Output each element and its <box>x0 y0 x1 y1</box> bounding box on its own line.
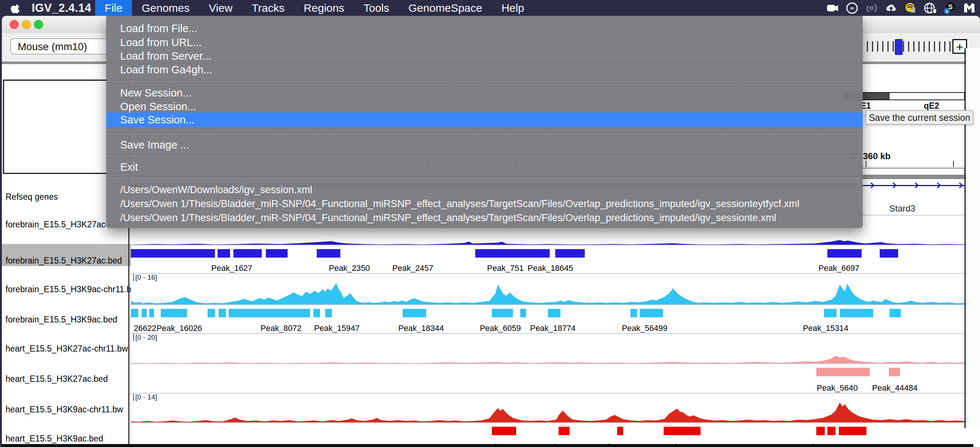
bed-feature <box>558 427 569 435</box>
file-menu-item[interactable]: Load from File... <box>106 21 863 36</box>
peak-label: Peak_15947 <box>314 323 360 333</box>
bed-feature <box>325 309 332 317</box>
file-menu-item[interactable]: /Users/Owen 1/Thesis/Bladder_miR-SNP/04_… <box>106 197 863 211</box>
bed-feature <box>617 427 623 435</box>
bed-feature <box>839 427 867 435</box>
radar-icon[interactable] <box>865 1 878 15</box>
security-suite-icon[interactable] <box>904 1 918 15</box>
globe-shield-icon[interactable] <box>923 1 937 15</box>
peak-label: Peak_6059 <box>480 323 520 333</box>
maximize-window-button[interactable] <box>34 20 43 29</box>
zoom-tick <box>877 41 878 52</box>
file-menu-item[interactable]: Load from Ga4gh... <box>106 62 863 77</box>
data-panel-right-border <box>964 48 966 428</box>
video-camera-icon[interactable] <box>826 1 840 15</box>
file-menu-item[interactable]: /Users/Owen 1/Thesis/Bladder_miR-SNP/04_… <box>106 211 863 225</box>
file-menu-item[interactable]: Save Image ... <box>106 138 863 152</box>
svg-text:x: x <box>945 8 948 14</box>
file-menu-item[interactable]: Save Session... <box>106 113 863 127</box>
zoom-tick <box>924 41 925 52</box>
menubar-item-tools[interactable]: Tools <box>354 0 399 16</box>
peak-label: Peak_2457 <box>392 263 433 273</box>
wig-track-forebrain-e15-5-h3k9ac-chr11-bw[interactable]: [0 - 16] <box>131 274 965 305</box>
gene-strand-arrow-icon <box>958 182 963 189</box>
zoom-slider-handle[interactable] <box>895 39 902 55</box>
bed-feature <box>233 249 262 258</box>
menubar-item-help[interactable]: Help <box>492 0 534 16</box>
save-session-tooltip: Save the current session <box>866 110 974 125</box>
apple-menu-icon[interactable] <box>10 2 22 14</box>
bed-track-heart-e15-5-h3k9ac-bed[interactable]: Peak_11995Peak_11066Peak_23975Peak_9279P… <box>131 423 965 444</box>
menu-separator <box>106 177 863 178</box>
cloud-upload-icon[interactable] <box>884 1 898 15</box>
menubar-item-tracks[interactable]: Tracks <box>242 0 294 16</box>
cytoband-label: qE2 <box>924 101 939 111</box>
zoom-slider[interactable]: + <box>864 39 971 55</box>
zoom-tick <box>882 41 883 52</box>
bed-feature <box>317 249 340 258</box>
zoom-tick <box>908 41 909 52</box>
menubar-item-file[interactable]: File <box>95 0 132 16</box>
bed-feature <box>161 309 186 317</box>
bed-feature <box>229 309 310 317</box>
bed-feature <box>402 309 426 317</box>
file-menu-item[interactable]: Load from Server... <box>106 49 863 63</box>
menubar-item-view[interactable]: View <box>199 0 242 16</box>
file-menu-item[interactable]: /Users/OwenW/Downloads/igv_session.xml <box>106 182 863 197</box>
track-name-heart-e15-5-h3k9ac-bed[interactable]: heart_E15.5_H3K9ac.bed <box>2 434 131 444</box>
bed-feature <box>475 249 549 258</box>
track-name-forebrain-e15-5-h3k9ac-bed[interactable]: forebrain_E15.5_H3K9ac.bed <box>2 315 131 325</box>
bed-feature <box>548 309 560 317</box>
zoom-tick <box>929 41 930 52</box>
track-name-forebrain-e15-5-h3k9ac-chr11-b[interactable]: forebrain_E15.5_H3K9ac-chr11.b <box>2 284 131 295</box>
bed-feature <box>889 368 900 376</box>
peak-label: Peak_1627 <box>211 263 252 273</box>
peak-label: 26622 <box>134 323 156 333</box>
bed-feature <box>663 427 700 435</box>
menu-separator <box>106 155 863 156</box>
malwarebytes-icon[interactable] <box>962 1 976 15</box>
bed-feature <box>840 309 873 317</box>
peak-label: Peak_16026 <box>156 323 202 333</box>
track-name-heart-e15-5-h3k27ac-bed[interactable]: heart_E15.5_H3K27ac.bed <box>2 374 131 384</box>
gene-strand-arrow-icon <box>936 182 941 189</box>
track-name-forebrain-e15-5-h3k27ac-bed[interactable]: forebrain_E15.5_H3K27ac.bed <box>2 256 131 266</box>
file-menu-item[interactable]: New Session... <box>106 86 863 100</box>
peak-label: Peak_5640 <box>817 383 858 393</box>
wig-track-heart-e15-5-h3k27ac-chr11-bw[interactable]: [0 - 20] <box>131 334 965 364</box>
igv-screen: Mouse (mm10) + Refseq genesforebrain_E15… <box>0 0 980 447</box>
peak-label: Peak_6697 <box>819 263 859 273</box>
bed-track-forebrain-e15-5-h3k27ac-bed[interactable]: Peak_1627Peak_2350Peak_2457Peak_751Peak_… <box>131 246 965 274</box>
file-menu-item[interactable]: Load from URL... <box>106 35 863 50</box>
zoom-tick <box>934 41 935 52</box>
file-menu-item[interactable]: Open Session... <box>106 99 863 114</box>
menubar-item-regions[interactable]: Regions <box>294 0 354 16</box>
vertical-scrollbar[interactable] <box>966 48 980 428</box>
peak-label: Peak_751 <box>487 263 523 273</box>
bed-feature <box>890 309 900 317</box>
wig-track-heart-e15-5-h3k9ac-chr11-bw[interactable]: [0 - 14] <box>131 393 965 423</box>
menu-separator <box>106 80 863 81</box>
zoom-tick <box>888 41 889 52</box>
svg-text:∞: ∞ <box>850 5 854 12</box>
bed-feature <box>313 309 320 317</box>
sync-badge-icon[interactable]: Sx <box>943 1 957 15</box>
track-name-heart-e15-5-h3k27ac-chr11-bw[interactable]: heart_E15.5_H3K27ac-chr11.bw <box>2 344 131 354</box>
menubar-item-genomes[interactable]: Genomes <box>132 0 199 16</box>
bed-feature <box>219 309 226 317</box>
creative-cloud-icon[interactable]: ∞ <box>845 1 859 15</box>
bed-feature <box>492 427 516 435</box>
minimize-window-button[interactable] <box>22 20 31 29</box>
file-menu-item[interactable]: Exit <box>106 160 863 174</box>
peak-label: Peak_44484 <box>872 383 918 393</box>
close-window-button[interactable] <box>10 20 19 29</box>
menubar-item-genomespace[interactable]: GenomeSpace <box>399 0 492 16</box>
zoom-tick <box>918 41 920 52</box>
bed-feature <box>492 309 513 317</box>
zoom-tick <box>939 41 940 52</box>
bed-feature <box>880 249 898 258</box>
bed-track-heart-e15-5-h3k27ac-bed[interactable]: Peak_5640Peak_44484 <box>131 364 965 393</box>
bed-track-forebrain-e15-5-h3k9ac-bed[interactable]: 26622Peak_16026Peak_8072Peak_15947Peak_1… <box>131 305 965 334</box>
macos-menu-bar: IGV_2.4.14 FileGenomesViewTracksRegionsT… <box>0 0 980 16</box>
track-name-heart-e15-5-h3k9ac-chr11-bw[interactable]: heart_E15.5_H3K9ac-chr11.bw <box>2 405 131 415</box>
